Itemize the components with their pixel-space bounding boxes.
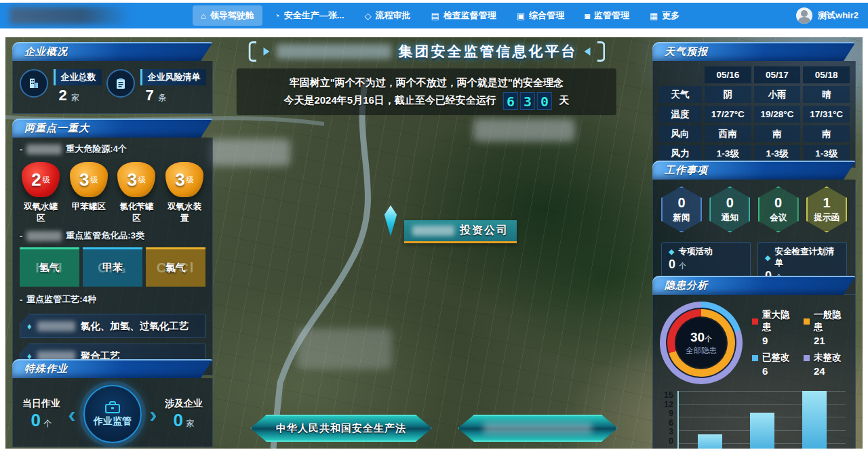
weather-date: 05/17 — [754, 66, 801, 83]
nav-item-process-approval[interactable]: ◇流程审批 — [357, 5, 419, 26]
chevron-left-icon: ‹ — [68, 403, 75, 426]
today-work-stat: 当日作业 0 个 — [22, 398, 60, 431]
dashboard-stage: 集团安全监管信息化平台 牢固树立"两个不为过，两个不放过，两个就是过"的安全理念… — [5, 37, 863, 449]
user-menu[interactable]: 测试whir2 — [796, 7, 859, 24]
nav-item-dashboard[interactable]: ⌂领导驾驶舱 — [193, 5, 262, 26]
hazard-level-unit: 级 — [138, 175, 146, 185]
hazard-level-lantern: 3级 — [117, 162, 155, 197]
legend-item: 重大隐患9 — [752, 309, 797, 346]
panel-header: 隐患分析 — [652, 276, 856, 295]
blurred-company-prefix — [26, 231, 62, 241]
nav-item-more[interactable]: ▦更多 — [642, 5, 688, 26]
hazard-badge[interactable]: 3级 甲苯罐区 — [68, 162, 110, 224]
hazard-badge[interactable]: 3级 氯化苄罐区 — [115, 162, 157, 224]
hazard-total: 30 — [690, 330, 705, 344]
reminder-hexagon[interactable]: 1提示函 — [806, 186, 847, 232]
marker-company-name: 投资公司 — [460, 224, 509, 238]
legend-swatch — [804, 318, 810, 325]
weather-panel: 天气预报 05/16 05/17 05/18 天气 阴 小雨 晴 温度 17/2… — [652, 42, 856, 168]
weather-value: 西南 — [705, 125, 751, 142]
nav-item-inspection-management[interactable]: ▤检查监督管理 — [423, 5, 505, 26]
panel-header: 工作事项 — [652, 161, 856, 180]
panel-body: 当日作业 0 个 ‹ 作业监管 › 涉及企业 0 家 — [12, 378, 213, 447]
company-total-stat[interactable]: 企业总数 2 家 — [20, 69, 102, 104]
platform-title: 集团安全监管信息化平台 — [398, 42, 577, 61]
news-hexagon[interactable]: 0新闻 — [661, 186, 702, 232]
panel-title: 隐患分析 — [665, 279, 708, 292]
safety-law-banner[interactable]: 中华人民共和国安全生产法 — [250, 415, 432, 442]
nav-item-label: 更多 — [662, 9, 679, 22]
digit: 3 — [520, 92, 535, 110]
hazard-level-unit: 级 — [90, 175, 98, 185]
bar-object-state — [750, 413, 774, 449]
logo — [9, 7, 132, 24]
risk-list-stat[interactable]: 企业风险清单 7 条 — [106, 69, 206, 104]
work-supervision-button[interactable]: 作业监管 — [83, 385, 142, 443]
panel-header: 特殊作业 — [12, 359, 213, 378]
weather-corner-cell — [658, 66, 702, 83]
hazard-level-lantern: 3级 — [70, 162, 108, 197]
blurred-group-name — [276, 44, 391, 59]
chemical-card-toluene[interactable]: CH₃甲苯 — [83, 247, 142, 287]
nav-item-label: 检查监督管理 — [443, 9, 496, 22]
bars — [679, 391, 846, 449]
panel-title: 特殊作业 — [24, 363, 68, 375]
button-label: 安全检查计划清单 — [774, 246, 840, 269]
process-section-title: 重点监管工艺:4种 — [13, 288, 212, 308]
legend-label: 已整改 — [762, 352, 790, 364]
weather-row-label: 温度 — [658, 106, 702, 123]
panel-header: 两重点一重大 — [12, 119, 213, 138]
hazard-donut-chart: 30个 全部隐患 — [660, 302, 743, 384]
nav-item-supervision-management[interactable]: ◙监管管理 — [576, 5, 637, 26]
blurred-banner[interactable] — [458, 415, 618, 442]
nav-item-label: 综合管理 — [529, 9, 564, 22]
flag-icon: ◆ — [669, 247, 674, 256]
section-label: 重大危险源:4个 — [66, 143, 127, 155]
hex-value: 1 — [823, 195, 830, 211]
map-marker-label[interactable]: 投资公司 — [404, 220, 517, 243]
hex-label: 会议 — [770, 212, 787, 224]
section-label: 重点监管工艺:4种 — [26, 293, 96, 306]
hazard-level-lantern: 2级 — [22, 162, 60, 197]
work-items-panel: 工作事项 0新闻 0通知 0会议 1提示函 ◆专项活动 0 个 ◆安全检查计划清… — [652, 161, 856, 295]
company-overview-panel: 企业概况 企业总数 2 家 企业风险清单 — [12, 42, 213, 114]
stat-unit: 个 — [43, 419, 52, 428]
panel-body: 企业总数 2 家 企业风险清单 7 条 — [12, 61, 213, 114]
chemical-card-chlorine[interactable]: Cl-Cl氯气 — [146, 247, 205, 287]
notice-hexagon[interactable]: 0通知 — [709, 186, 750, 232]
process-row[interactable]: ♦ 氯化、加氢、过氧化工艺 — [20, 314, 205, 338]
hazard-total-unit: 个 — [705, 335, 712, 343]
hazard-level: 2 — [31, 169, 41, 190]
bar-human-behavior — [698, 434, 722, 449]
blurred-company-prefix — [412, 226, 454, 236]
hazard-badge[interactable]: 3级 双氧水装置 — [163, 162, 205, 224]
bottom-banners: 中华人民共和国安全生产法 — [250, 415, 618, 442]
weather-value: 晴 — [803, 86, 850, 103]
stat-label: 涉及企业 — [165, 398, 203, 410]
weather-value: 小雨 — [754, 86, 801, 103]
home-icon: ⌂ — [201, 12, 206, 20]
panel-header: 企业概况 — [12, 42, 213, 61]
weather-table: 05/16 05/17 05/18 天气 阴 小雨 晴 温度 17/27°C 1… — [653, 61, 855, 167]
y-axis: 15 12 9 6 3 0 — [660, 391, 677, 449]
hazard-badges: 2级 双氧水罐区 3级 甲苯罐区 3级 氯化苄罐区 3级 双氧水装置 — [13, 158, 212, 224]
nav-item-safety-production[interactable]: ◔安全生产—张... — [267, 5, 353, 26]
nav-item-label: 监管管理 — [594, 9, 629, 22]
y-tick: 3 — [669, 428, 673, 436]
meeting-hexagon[interactable]: 0会议 — [758, 186, 799, 232]
hazard-level: 3 — [79, 169, 89, 190]
nav-item-general-management[interactable]: ▣综合管理 — [509, 5, 572, 26]
clock-icon: ◔ — [275, 12, 280, 20]
hazard-name: 甲苯罐区 — [68, 201, 110, 213]
weather-value: 17/31°C — [803, 106, 850, 123]
hazard-legend: 重大隐患9 一般隐患21 已整改6 未整改24 — [752, 309, 848, 377]
hazard-name: 氯化苄罐区 — [115, 201, 157, 224]
hazard-level: 3 — [175, 169, 184, 190]
flow-icon: ◇ — [365, 12, 372, 20]
bracket-right-icon — [597, 41, 605, 62]
chemical-card-hydrogen[interactable]: H-H氢气 — [20, 247, 79, 287]
hazard-badge[interactable]: 2级 双氧水罐区 — [20, 162, 62, 224]
run-days-counter: 6 3 0 — [503, 92, 552, 110]
stat-label: 企业总数 — [54, 69, 102, 85]
y-tick: 6 — [669, 419, 673, 428]
